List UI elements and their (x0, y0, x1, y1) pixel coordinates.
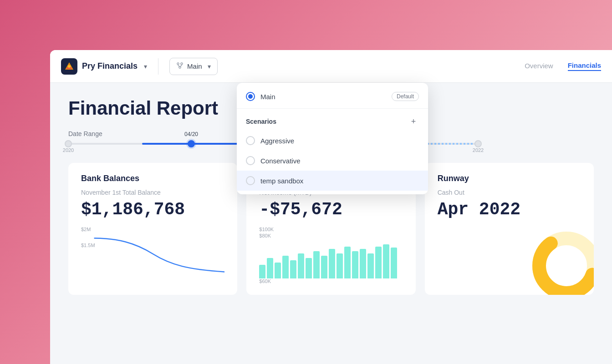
bar-17 (383, 244, 389, 278)
svg-point-2 (68, 65, 71, 68)
bar-13 (352, 251, 358, 278)
bank-balances-title: Bank Balances (81, 174, 224, 183)
main-panel: Pry Financials ▾ Main ▾ Overview Financi… (50, 50, 612, 364)
bar-1 (259, 265, 265, 278)
slider-thumb-end[interactable]: 2022 (474, 140, 482, 147)
income-expenses-chart: $100K $80K (259, 227, 403, 284)
default-badge: Default (392, 92, 419, 101)
bar-15 (367, 253, 374, 278)
dropdown-aggressive[interactable]: Aggressive (237, 131, 428, 151)
bank-balances-card: Bank Balances November 1st Total Balance… (68, 163, 237, 295)
runway-subtitle: Cash Out (438, 189, 581, 196)
income-expenses-value: -$75,672 (259, 200, 403, 219)
radio-main (246, 92, 255, 101)
bar-3 (275, 263, 281, 278)
bank-chart-label-2m: $2M (81, 227, 91, 232)
nav-overview[interactable]: Overview (525, 62, 553, 71)
bank-chart-label-1-5m: $1.5M (81, 243, 95, 248)
bar-14 (360, 249, 366, 278)
dropdown-main-item[interactable]: Main Default (237, 86, 428, 106)
nav-financials[interactable]: Financials (568, 61, 601, 71)
income-bar-chart (259, 242, 403, 278)
page-title-text: Financial Report (68, 97, 218, 119)
runway-card: Runway Cash Out Apr 2022 (425, 163, 594, 295)
branch-name: Main (187, 62, 202, 70)
radio-temp-sandbox (246, 176, 255, 185)
company-name: Pry Financials (82, 61, 138, 71)
bank-chart-svg (81, 231, 224, 277)
scenario-dropdown: Main Default Scenarios + Aggressive Cons… (237, 83, 428, 194)
radio-aggressive (246, 136, 255, 145)
scenarios-section-title: Scenarios (246, 118, 276, 125)
dropdown-conservative[interactable]: Conservative (237, 151, 428, 171)
bar-2 (267, 258, 273, 278)
svg-point-4 (181, 63, 183, 65)
company-selector[interactable]: Pry Financials ▾ (61, 58, 158, 75)
bar-5 (290, 260, 296, 278)
bar-7 (306, 258, 312, 278)
bar-16 (375, 247, 382, 278)
bar-18 (391, 248, 397, 278)
bar-8 (313, 251, 320, 278)
runway-title: Runway (438, 174, 581, 183)
slider-start-year: 2020 (63, 147, 74, 156)
svg-point-3 (177, 63, 179, 65)
slider-thumb-from[interactable]: 04/20 (188, 140, 195, 147)
bank-balances-value: $1,186,768 (81, 200, 224, 219)
dropdown-conservative-label: Conservative (260, 157, 419, 165)
radio-main-inner (248, 94, 253, 99)
chart-label-60k: $60K (259, 278, 403, 284)
slider-from-date: 04/20 (184, 131, 198, 137)
branch-icon (176, 62, 184, 71)
bar-10 (329, 249, 335, 278)
runway-value: Apr 2022 (438, 200, 581, 219)
dropdown-temp-sandbox[interactable]: temp sandbox (237, 171, 428, 191)
slider-thumb-start[interactable]: 2020 (65, 140, 72, 147)
branch-selector[interactable]: Main ▾ (169, 58, 218, 75)
chart-label-100k: $100K (259, 227, 403, 232)
bar-9 (321, 256, 327, 278)
bar-6 (298, 253, 304, 278)
scenarios-section-header: Scenarios + (237, 108, 428, 131)
runway-chart (530, 229, 594, 295)
branch-dropdown-arrow: ▾ (208, 63, 211, 70)
slider-end-year: 2022 (473, 147, 484, 156)
dropdown-aggressive-label: Aggressive (260, 137, 419, 145)
company-logo (61, 58, 77, 75)
dropdown-main-label: Main (260, 93, 386, 101)
header-nav: Overview Financials (525, 61, 601, 71)
company-dropdown-arrow: ▾ (144, 63, 147, 70)
bar-11 (337, 253, 343, 278)
add-scenario-button[interactable]: + (408, 116, 419, 127)
bar-12 (344, 247, 351, 278)
bank-balances-chart: $2M $1.5M (81, 227, 224, 272)
header: Pry Financials ▾ Main ▾ Overview Financi… (50, 50, 612, 83)
chart-label-80k: $80K (259, 233, 403, 238)
bank-balances-subtitle: November 1st Total Balance (81, 189, 224, 196)
radio-conservative (246, 156, 255, 165)
dropdown-temp-sandbox-label: temp sandbox (260, 177, 419, 185)
bar-4 (282, 256, 289, 278)
